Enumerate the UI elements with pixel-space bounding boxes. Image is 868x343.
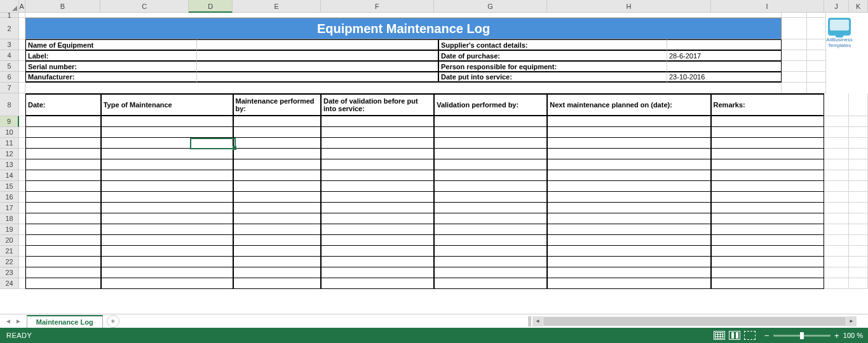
table-cell[interactable] <box>233 181 322 192</box>
table-cell[interactable] <box>25 203 101 213</box>
table-cell[interactable] <box>233 127 322 138</box>
info-value[interactable]: 23-10-2016 <box>667 72 782 83</box>
table-cell[interactable] <box>101 181 233 192</box>
scrollbar-thumb[interactable] <box>543 317 846 326</box>
table-cell[interactable] <box>434 224 547 235</box>
row-header-22[interactable]: 22 <box>0 257 19 267</box>
cell[interactable] <box>19 170 25 181</box>
cell[interactable] <box>849 192 868 203</box>
cell[interactable] <box>19 138 25 149</box>
cell[interactable] <box>849 278 868 289</box>
cell[interactable] <box>824 267 850 278</box>
cell[interactable] <box>807 61 826 72</box>
th-validation-by[interactable]: Validation performed by: <box>434 93 547 116</box>
row-header-3[interactable]: 3 <box>0 39 19 50</box>
cell[interactable] <box>19 246 25 257</box>
table-cell[interactable] <box>711 257 824 267</box>
info-value[interactable] <box>197 72 438 83</box>
table-cell[interactable] <box>101 257 233 267</box>
table-cell[interactable] <box>547 159 710 170</box>
table-cell[interactable] <box>547 213 710 224</box>
zoom-out-button[interactable]: − <box>763 331 771 340</box>
cell[interactable] <box>824 170 850 181</box>
row-header-6[interactable]: 6 <box>0 72 19 83</box>
col-header-E[interactable]: E <box>233 0 321 13</box>
table-cell[interactable] <box>711 127 824 138</box>
th-date[interactable]: Date: <box>25 93 101 116</box>
cell[interactable] <box>849 224 868 235</box>
cell[interactable] <box>849 267 868 278</box>
col-header-A[interactable]: A <box>19 0 25 13</box>
cell[interactable] <box>19 149 25 159</box>
table-cell[interactable] <box>321 116 434 127</box>
cell[interactable] <box>19 213 25 224</box>
th-next-maint[interactable]: Next maintenance planned on (date): <box>547 93 710 116</box>
col-header-J[interactable]: J <box>824 0 850 13</box>
zoom-in-button[interactable]: + <box>833 331 841 340</box>
table-cell[interactable] <box>233 246 322 257</box>
add-sheet-button[interactable]: + <box>107 315 119 328</box>
cell[interactable] <box>824 116 850 127</box>
cell[interactable] <box>782 72 807 83</box>
cell[interactable] <box>849 181 868 192</box>
info-label[interactable]: Person responsible for equipment: <box>438 61 667 72</box>
cell[interactable] <box>824 203 850 213</box>
cell[interactable] <box>824 246 850 257</box>
table-cell[interactable] <box>25 181 101 192</box>
table-cell[interactable] <box>321 127 434 138</box>
table-cell[interactable] <box>434 235 547 246</box>
cell[interactable] <box>824 93 850 116</box>
cell[interactable] <box>824 278 850 289</box>
col-header-B[interactable]: B <box>25 0 101 13</box>
table-cell[interactable] <box>101 278 233 289</box>
table-cell[interactable] <box>434 138 547 149</box>
table-cell[interactable] <box>711 246 824 257</box>
cell[interactable] <box>849 235 868 246</box>
cell[interactable] <box>824 235 850 246</box>
row-header-11[interactable]: 11 <box>0 138 19 149</box>
col-header-I[interactable]: I <box>711 0 824 13</box>
table-cell[interactable] <box>321 170 434 181</box>
table-cell[interactable] <box>434 278 547 289</box>
cell[interactable] <box>19 18 25 39</box>
table-cell[interactable] <box>321 213 434 224</box>
tab-nav-next-icon[interactable]: ► <box>14 318 23 325</box>
info-label[interactable]: Date put into service: <box>438 72 667 83</box>
table-cell[interactable] <box>233 138 322 149</box>
table-cell[interactable] <box>101 203 233 213</box>
table-cell[interactable] <box>547 138 710 149</box>
table-cell[interactable] <box>321 235 434 246</box>
table-cell[interactable] <box>25 127 101 138</box>
row-header-1[interactable]: 1 <box>0 13 19 18</box>
table-cell[interactable] <box>25 235 101 246</box>
cell[interactable] <box>19 192 25 203</box>
zoom-slider-handle[interactable] <box>800 332 804 339</box>
page-layout-view-icon[interactable] <box>729 331 740 340</box>
cell[interactable] <box>807 83 826 93</box>
cell[interactable] <box>782 83 807 93</box>
table-cell[interactable] <box>711 235 824 246</box>
cell[interactable] <box>849 159 868 170</box>
info-value[interactable] <box>197 39 438 50</box>
scroll-right-icon[interactable]: ► <box>846 316 857 326</box>
row-header-8[interactable]: 8 <box>0 93 19 116</box>
table-cell[interactable] <box>25 116 101 127</box>
cell[interactable] <box>19 181 25 192</box>
table-cell[interactable] <box>711 170 824 181</box>
cell[interactable] <box>19 116 25 127</box>
cell[interactable] <box>782 13 807 18</box>
cell[interactable] <box>25 13 782 18</box>
row-header-20[interactable]: 20 <box>0 235 19 246</box>
info-label[interactable]: Serial number: <box>25 61 197 72</box>
col-header-K[interactable]: K <box>849 0 868 13</box>
col-header-C[interactable]: C <box>100 0 189 13</box>
cell[interactable] <box>19 257 25 267</box>
cell[interactable] <box>19 235 25 246</box>
cell[interactable] <box>19 13 25 18</box>
table-cell[interactable] <box>434 213 547 224</box>
cell[interactable] <box>849 257 868 267</box>
normal-view-icon[interactable] <box>714 331 725 340</box>
cell[interactable] <box>782 18 807 39</box>
col-header-D[interactable]: D <box>189 0 233 13</box>
table-cell[interactable] <box>233 192 322 203</box>
